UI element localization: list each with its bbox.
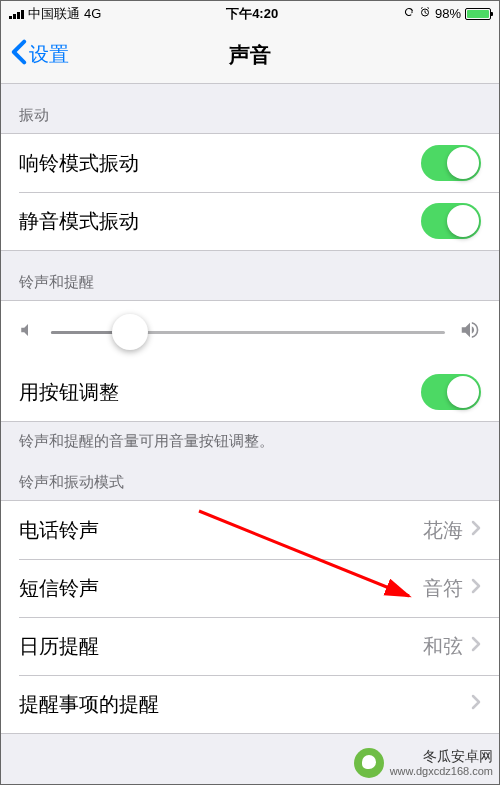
group-vibrate: 响铃模式振动 静音模式振动 xyxy=(1,133,499,251)
network-label: 4G xyxy=(84,6,101,21)
watermark-logo-icon xyxy=(354,748,384,778)
cell-value: 音符 xyxy=(423,575,463,602)
group-ringer: 用按钮调整 xyxy=(1,300,499,422)
cell-label: 提醒事项的提醒 xyxy=(19,691,159,718)
cell-button-adjust: 用按钮调整 xyxy=(1,363,499,421)
cell-value: 花海 xyxy=(423,517,463,544)
cell-calendar-alert[interactable]: 日历提醒 和弦 xyxy=(1,617,499,675)
switch-silent-vibrate[interactable] xyxy=(421,203,481,239)
content[interactable]: 振动 响铃模式振动 静音模式振动 铃声和提醒 用按钮调整 xyxy=(1,84,499,785)
chevron-right-icon xyxy=(471,578,481,598)
cell-label: 响铃模式振动 xyxy=(19,150,139,177)
battery-icon xyxy=(465,8,491,20)
status-bar: 中国联通 4G 下午4:20 98% xyxy=(1,1,499,26)
page-title: 声音 xyxy=(229,41,271,69)
speaker-high-icon xyxy=(459,319,481,345)
status-time: 下午4:20 xyxy=(226,5,278,23)
section-header-ringer: 铃声和提醒 xyxy=(1,251,499,300)
nav-bar: 设置 声音 xyxy=(1,26,499,84)
cell-value: 和弦 xyxy=(423,633,463,660)
back-label: 设置 xyxy=(29,41,69,68)
cell-text-tone[interactable]: 短信铃声 音符 xyxy=(1,559,499,617)
speaker-low-icon xyxy=(19,321,37,343)
watermark-url: www.dgxcdz168.com xyxy=(390,765,493,777)
group-patterns: 电话铃声 花海 短信铃声 音符 日历提醒 和弦 提醒事项的提醒 xyxy=(1,500,499,734)
cell-label: 日历提醒 xyxy=(19,633,99,660)
cell-reminder-alert[interactable]: 提醒事项的提醒 xyxy=(1,675,499,733)
back-button[interactable]: 设置 xyxy=(11,39,69,70)
chevron-right-icon xyxy=(471,694,481,714)
battery-percent: 98% xyxy=(435,6,461,21)
watermark: 冬瓜安卓网 www.dgxcdz168.com xyxy=(354,748,493,778)
chevron-right-icon xyxy=(471,636,481,656)
cell-label: 电话铃声 xyxy=(19,517,99,544)
cell-ring-vibrate: 响铃模式振动 xyxy=(1,134,499,192)
section-header-vibrate: 振动 xyxy=(1,84,499,133)
cell-volume-slider xyxy=(1,301,499,363)
status-right: 98% xyxy=(403,6,491,21)
cell-label: 用按钮调整 xyxy=(19,379,119,406)
chevron-left-icon xyxy=(11,39,27,70)
slider-thumb[interactable] xyxy=(112,314,148,350)
section-header-patterns: 铃声和振动模式 xyxy=(1,451,499,500)
cell-phone-ringtone[interactable]: 电话铃声 花海 xyxy=(1,501,499,559)
switch-ring-vibrate[interactable] xyxy=(421,145,481,181)
alarm-icon xyxy=(419,6,431,21)
status-left: 中国联通 4G xyxy=(9,5,101,23)
carrier-label: 中国联通 xyxy=(28,5,80,23)
switch-button-adjust[interactable] xyxy=(421,374,481,410)
signal-icon xyxy=(9,9,24,19)
lock-icon xyxy=(403,6,415,21)
section-footer-ringer: 铃声和提醒的音量可用音量按钮调整。 xyxy=(1,422,499,451)
cell-silent-vibrate: 静音模式振动 xyxy=(1,192,499,250)
volume-slider[interactable] xyxy=(51,331,445,334)
cell-label: 短信铃声 xyxy=(19,575,99,602)
watermark-name: 冬瓜安卓网 xyxy=(390,749,493,764)
cell-label: 静音模式振动 xyxy=(19,208,139,235)
chevron-right-icon xyxy=(471,520,481,540)
